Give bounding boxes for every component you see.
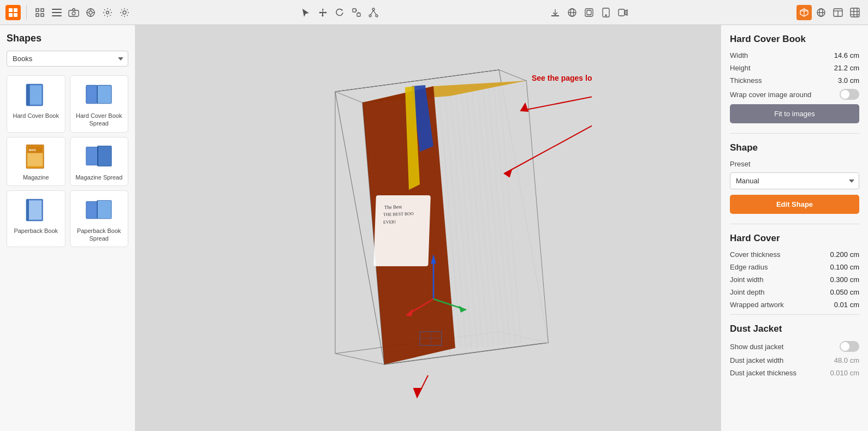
book-properties-title: Hard Cover Book [730,34,859,45]
svg-point-25 [372,8,374,10]
grid-icon[interactable] [32,5,47,20]
phone-tool-icon[interactable] [598,5,614,20]
svg-rect-1 [14,8,17,12]
thickness-label: Thickness [730,76,762,85]
show-dust-jacket-toggle[interactable] [840,341,859,352]
joint-depth-row: Joint depth 0.050 cm [730,288,859,296]
magazine-label: Magazine [23,173,49,181]
edit-shape-button[interactable]: Edit Shape [730,195,859,214]
branch-tool-icon[interactable] [366,5,381,20]
globe-tool-icon[interactable] [564,5,580,20]
edge-radius-label: Edge radius [730,263,768,271]
right-panel: Hard Cover Book Width 14.6 cm Height 21.… [721,25,868,431]
menu-icon[interactable] [49,5,64,20]
svg-point-20 [123,11,126,14]
thickness-value: 3.0 cm [838,76,859,85]
shape-hard-cover-book-spread[interactable]: Hard Cover Book Spread [70,75,129,133]
sun-icon[interactable] [117,5,132,20]
joint-width-label: Joint width [730,276,763,284]
video-tool-icon[interactable] [615,5,631,20]
import-tool-icon[interactable] [548,5,563,20]
svg-line-112 [521,86,592,111]
select-tool-icon[interactable] [298,5,313,20]
svg-text:EVER!: EVER! [383,219,396,225]
divider2 [730,224,859,224]
book-3d-view: The Best THE BEST BOO EVER! [264,37,592,419]
width-row: Width 14.6 cm [730,51,859,59]
thickness-row: Thickness 3.0 cm [730,76,859,85]
wrap-cover-row: Wrap cover image around [730,89,859,100]
svg-rect-22 [357,13,360,16]
edge-radius-value: 0.100 cm [830,263,859,271]
orange-cube-icon[interactable] [796,5,812,20]
svg-rect-68 [86,201,97,218]
wrap-cover-label: Wrap cover image around [730,91,811,99]
window-tool-icon[interactable] [830,5,846,20]
svg-rect-21 [353,9,356,12]
settings-icon[interactable] [100,5,115,20]
wrapped-artwork-value: 0.01 cm [834,301,859,309]
svg-rect-99 [373,195,431,266]
svg-rect-33 [585,9,593,16]
cover-thickness-label: Cover thickness [730,250,780,259]
svg-point-27 [376,15,378,17]
scale-tool-icon[interactable] [349,5,364,20]
dust-jacket-thickness-row: Dust jacket thickness 0.010 cm [730,369,859,377]
magazine-icon: MAG [21,142,51,171]
hard-cover-book-spread-icon [84,80,114,110]
hard-cover-book-label: Hard Cover Book [13,112,59,119]
svg-text:See the pages look exactly as : See the pages look exactly as we configu… [532,74,592,82]
canvas-content: The Best THE BEST BOO EVER! [135,25,721,431]
svg-line-29 [373,10,376,15]
svg-rect-8 [52,9,62,10]
center-tools [298,5,381,20]
svg-rect-37 [619,9,625,16]
cover-thickness-row: Cover thickness 0.200 cm [730,250,859,259]
render-tool-icon[interactable] [581,5,597,20]
svg-rect-53 [26,85,29,106]
svg-text:The Best: The Best [384,204,402,210]
width-value: 14.6 cm [834,51,859,59]
svg-point-12 [72,11,75,15]
svg-rect-10 [52,15,62,16]
shapes-title: Shapes [7,33,128,44]
svg-rect-4 [36,9,39,11]
category-select[interactable]: Books [7,51,128,67]
joint-depth-label: Joint depth [730,288,765,296]
rotate-tool-icon[interactable] [332,5,347,20]
target-icon[interactable] [83,5,98,20]
shape-magazine[interactable]: MAG Magazine [7,137,66,186]
move-tool-icon[interactable] [315,5,330,20]
svg-rect-3 [14,13,17,17]
main-layout: Shapes Books Hard Cover Book [0,25,868,431]
shape-magazine-spread[interactable]: Magazine Spread [70,137,129,186]
svg-marker-119 [414,388,421,397]
svg-rect-66 [27,200,41,219]
wrap-cover-toggle[interactable] [840,89,859,100]
canvas-area[interactable]: The Best THE BEST BOO EVER! [135,25,721,431]
camera-icon[interactable] [66,5,81,20]
hard-cover-book-icon [21,80,51,110]
joint-width-value: 0.300 cm [830,276,859,284]
shapes-grid: Hard Cover Book Hard Cover Book Spread [7,75,128,247]
svg-line-77 [335,92,362,103]
shape-paperback-book[interactable]: Paperback Book [7,190,66,248]
svg-rect-2 [9,13,13,17]
cover-thickness-value: 0.200 cm [830,250,859,259]
fit-to-images-button[interactable]: Fit to images [730,104,859,123]
sphere-tool-icon[interactable] [813,5,829,20]
shape-paperback-book-spread[interactable]: Paperback Book Spread [70,190,129,248]
grid3-tool-icon[interactable] [847,5,863,20]
preset-select[interactable]: Manual [730,172,859,189]
svg-point-14 [89,11,92,14]
shape-hard-cover-book[interactable]: Hard Cover Book [7,75,66,133]
svg-rect-55 [86,85,97,103]
app-icon[interactable] [5,5,21,20]
svg-rect-62 [86,147,98,165]
height-label: Height [730,64,751,72]
left-tools [32,5,132,20]
dust-jacket-width-row: Dust jacket width 48.0 cm [730,356,859,364]
dust-jacket-width-value: 48.0 cm [834,356,859,364]
svg-point-26 [369,15,371,17]
dust-jacket-section-title: Dust Jacket [730,324,859,334]
